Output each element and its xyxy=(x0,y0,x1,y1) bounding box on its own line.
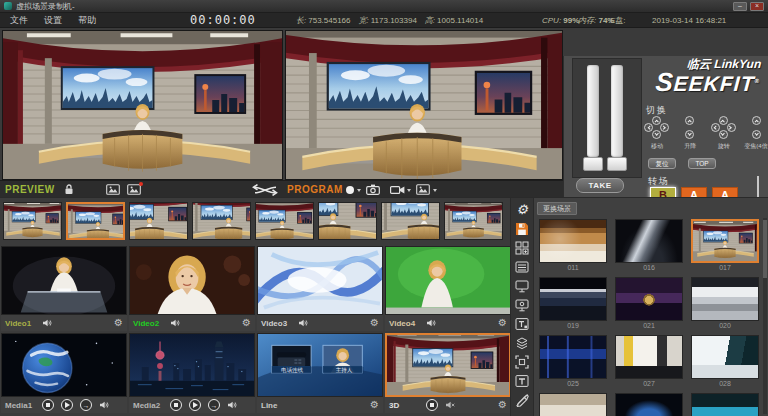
speaker-icon[interactable] xyxy=(298,319,308,327)
video1-thumbnail[interactable] xyxy=(1,246,127,315)
fader-bar-left[interactable] xyxy=(587,65,599,157)
stop-button[interactable] xyxy=(170,399,182,411)
angle-thumb-8[interactable] xyxy=(444,202,503,240)
host-button[interactable]: 主持人 xyxy=(324,367,364,374)
angle-thumb-1[interactable] xyxy=(3,202,62,240)
fader-bar-right[interactable] xyxy=(611,65,623,157)
gallery-item[interactable]: 020 xyxy=(691,277,759,331)
minimize-button[interactable]: – xyxy=(733,2,747,11)
subtitle-icon[interactable] xyxy=(515,317,529,331)
gear-icon[interactable]: ⚙ xyxy=(498,318,507,328)
title-text-icon[interactable] xyxy=(515,374,529,388)
display-output-icon[interactable] xyxy=(515,298,529,312)
close-button[interactable]: × xyxy=(750,2,764,11)
gear-icon[interactable]: ⚙ xyxy=(370,318,379,328)
annotate-pen-icon[interactable] xyxy=(515,393,529,407)
pad-move-right-button[interactable] xyxy=(660,123,669,132)
video4-thumbnail[interactable] xyxy=(385,246,511,315)
angle-thumb-6[interactable] xyxy=(318,202,377,240)
reset-button[interactable]: 复位 xyxy=(648,158,676,169)
speaker-icon[interactable] xyxy=(426,319,436,327)
gallery-item[interactable] xyxy=(539,393,607,416)
line-thumbnail[interactable]: 电话连线 主持人 xyxy=(257,333,383,397)
play-button[interactable] xyxy=(61,399,73,411)
gallery-item[interactable] xyxy=(691,393,759,416)
angle-thumb-2-selected[interactable] xyxy=(66,202,125,240)
playlist-icon[interactable] xyxy=(515,260,529,274)
transition-fader[interactable] xyxy=(572,58,642,178)
phone-call-button[interactable]: 电话连线 xyxy=(272,367,312,374)
lock-icon[interactable] xyxy=(64,184,74,195)
record-dropdown-caret-icon[interactable] xyxy=(357,189,361,192)
take-button[interactable]: TAKE xyxy=(576,178,624,193)
capture-dropdown-caret-icon[interactable] xyxy=(407,189,411,192)
speaker-icon[interactable] xyxy=(99,401,109,409)
pad-move-up-button[interactable] xyxy=(652,116,661,125)
gear-icon[interactable]: ⚙ xyxy=(242,318,251,328)
gear-icon[interactable]: ⚙ xyxy=(498,400,507,410)
snapshot-camera-icon[interactable] xyxy=(366,184,380,195)
gear-icon[interactable]: ⚙ xyxy=(370,400,379,410)
play-button[interactable] xyxy=(189,399,201,411)
angle-thumb-5[interactable] xyxy=(255,202,314,240)
menu-help[interactable]: 帮助 xyxy=(74,13,100,28)
stop-button[interactable] xyxy=(42,399,54,411)
media1-thumbnail[interactable] xyxy=(1,333,127,397)
scene-layout-icon[interactable] xyxy=(106,184,120,195)
gallery-item[interactable]: 019 xyxy=(539,277,607,331)
gallery-item-selected[interactable]: 017 xyxy=(691,219,759,273)
gallery-item[interactable]: 025 xyxy=(539,335,607,389)
media2-thumbnail[interactable] xyxy=(129,333,255,397)
region-frame-icon[interactable] xyxy=(515,355,529,369)
save-icon[interactable] xyxy=(515,222,529,236)
picture-output-icon[interactable] xyxy=(416,184,430,195)
pad-move-left-button[interactable] xyxy=(644,123,653,132)
pad-lift-down-button[interactable] xyxy=(685,130,694,139)
gallery-item[interactable]: 027 xyxy=(615,335,683,389)
picture-dropdown-caret-icon[interactable] xyxy=(433,189,437,192)
gallery-item[interactable]: 016 xyxy=(615,219,683,273)
settings-gear-icon[interactable]: ⚙ xyxy=(515,203,529,217)
angle-thumb-3[interactable] xyxy=(129,202,188,240)
pad-rotate-up-button[interactable] xyxy=(719,116,728,125)
video3-thumbnail[interactable] xyxy=(257,246,383,315)
speaker-icon[interactable] xyxy=(42,319,52,327)
swap-preview-program-icon[interactable] xyxy=(252,184,278,196)
video-capture-icon[interactable] xyxy=(390,185,405,195)
pad-rotate-right-button[interactable] xyxy=(727,123,736,132)
scrollbar-thumb[interactable] xyxy=(763,220,767,278)
change-scene-tab[interactable]: 更换场景 xyxy=(537,202,577,215)
program-monitor[interactable] xyxy=(285,30,563,180)
monitor-icon[interactable] xyxy=(515,279,529,293)
pad-lift-up-button[interactable] xyxy=(685,116,694,125)
preview-monitor[interactable] xyxy=(2,30,283,180)
menu-file[interactable]: 文件 xyxy=(6,13,32,28)
pad-zoom-out-button[interactable] xyxy=(752,130,761,139)
video2-thumbnail[interactable] xyxy=(129,246,255,315)
next-button[interactable]: → xyxy=(208,399,220,411)
top-button[interactable]: TOP xyxy=(688,158,716,169)
gallery-scrollbar[interactable] xyxy=(763,218,767,414)
scene-layout-active-icon[interactable] xyxy=(127,184,141,195)
angle-thumb-4[interactable] xyxy=(192,202,251,240)
pad-move-down-button[interactable] xyxy=(652,130,661,139)
stop-button[interactable] xyxy=(426,399,438,411)
muted-speaker-icon[interactable] xyxy=(445,401,455,409)
menu-settings[interactable]: 设置 xyxy=(40,13,66,28)
gear-icon[interactable]: ⚙ xyxy=(114,318,123,328)
fader-handle-right[interactable] xyxy=(607,157,627,171)
pad-zoom-in-button[interactable] xyxy=(752,116,761,125)
fader-handle-left[interactable] xyxy=(583,157,603,171)
scene3d-thumbnail[interactable] xyxy=(385,333,511,397)
gallery-item[interactable] xyxy=(615,393,683,416)
speaker-icon[interactable] xyxy=(227,401,237,409)
next-button[interactable]: → xyxy=(80,399,92,411)
pad-rotate-left-button[interactable] xyxy=(711,123,720,132)
pad-rotate-down-button[interactable] xyxy=(719,130,728,139)
layers-icon[interactable] xyxy=(515,336,529,350)
scenes-grid-icon[interactable] xyxy=(515,241,529,255)
speaker-icon[interactable] xyxy=(170,319,180,327)
gallery-item[interactable]: 021 xyxy=(615,277,683,331)
gallery-item[interactable]: 011 xyxy=(539,219,607,273)
angle-thumb-7[interactable] xyxy=(381,202,440,240)
